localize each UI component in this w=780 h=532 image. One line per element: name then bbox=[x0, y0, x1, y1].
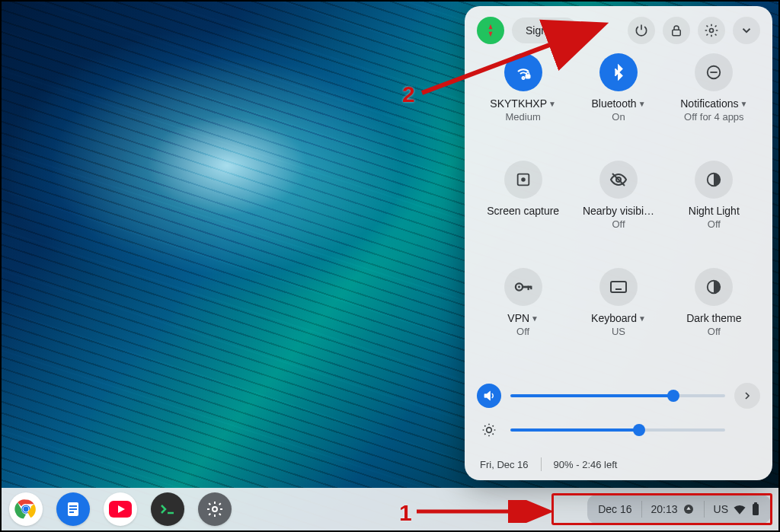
collapse-button[interactable] bbox=[733, 17, 760, 44]
quick-settings-panel: Sign out SKYTKHXP▼ Medium Bluet bbox=[465, 6, 772, 480]
tile-keyboard[interactable]: Keyboard▼ US bbox=[572, 268, 664, 337]
shelf-apps bbox=[9, 492, 232, 526]
youtube-icon bbox=[109, 501, 132, 518]
app-docs[interactable] bbox=[56, 492, 90, 526]
svg-point-1 bbox=[710, 29, 714, 33]
tile-label: Nearby visibi… bbox=[583, 205, 654, 217]
svg-point-11 bbox=[518, 286, 520, 288]
brightness-slider-row bbox=[477, 418, 760, 442]
gear-icon bbox=[206, 500, 224, 518]
tile-screen-capture[interactable]: Screen capture bbox=[477, 161, 569, 218]
brightness-icon[interactable] bbox=[477, 418, 501, 442]
tile-sublabel: Medium bbox=[506, 111, 541, 123]
keyboard-icon bbox=[599, 268, 638, 306]
chevron-right-icon bbox=[741, 390, 753, 402]
night-light-icon bbox=[695, 161, 733, 199]
svg-rect-30 bbox=[69, 511, 74, 513]
shelf: Dec 16 20:13 US bbox=[2, 488, 778, 530]
tile-night-light[interactable]: Night Light Off bbox=[668, 161, 760, 230]
settings-button[interactable] bbox=[698, 17, 725, 44]
svg-rect-0 bbox=[673, 30, 681, 36]
app-settings[interactable] bbox=[198, 492, 232, 526]
quick-tiles-grid: SKYTKHXP▼ Medium Bluetooth▼ On Notificat… bbox=[477, 53, 760, 372]
visibility-off-icon bbox=[599, 161, 638, 199]
tile-label: Screen capture bbox=[487, 205, 559, 217]
svg-rect-36 bbox=[754, 502, 757, 505]
avatar[interactable] bbox=[477, 17, 504, 44]
shelf-ime: US bbox=[714, 503, 728, 515]
shelf-date: Dec 16 bbox=[598, 503, 631, 515]
status-area[interactable]: Dec 16 20:13 US bbox=[587, 495, 771, 524]
audio-expand-button[interactable] bbox=[734, 383, 760, 409]
caret-icon: ▼ bbox=[531, 314, 539, 323]
tile-sublabel: Off bbox=[708, 326, 721, 337]
brightness-slider[interactable] bbox=[510, 428, 725, 432]
panel-header: Sign out bbox=[477, 17, 760, 44]
svg-rect-2 bbox=[526, 75, 530, 78]
svg-rect-35 bbox=[753, 504, 759, 515]
caret-icon: ▼ bbox=[638, 100, 646, 108]
caret-icon: ▼ bbox=[740, 100, 748, 108]
tile-label: Night Light bbox=[689, 205, 740, 217]
volume-slider-row bbox=[477, 383, 760, 409]
footer-battery: 90% - 2:46 left bbox=[554, 459, 618, 470]
tile-wifi[interactable]: SKYTKHXP▼ Medium bbox=[477, 53, 569, 123]
app-chrome[interactable] bbox=[9, 492, 43, 526]
app-youtube[interactable] bbox=[104, 492, 137, 526]
lock-icon bbox=[670, 24, 683, 37]
svg-rect-13 bbox=[527, 286, 529, 291]
battery-icon bbox=[751, 502, 760, 516]
tile-sublabel: On bbox=[612, 111, 625, 123]
gear-icon bbox=[704, 23, 719, 38]
annotation-number-2: 2 bbox=[402, 81, 415, 107]
svg-rect-12 bbox=[522, 286, 531, 288]
caret-icon: ▼ bbox=[638, 314, 646, 323]
tile-sublabel: US bbox=[612, 326, 625, 337]
svg-point-33 bbox=[213, 507, 217, 511]
svg-point-6 bbox=[521, 177, 526, 182]
tile-sublabel: Off bbox=[708, 218, 721, 230]
sign-out-label: Sign out bbox=[526, 24, 564, 37]
svg-rect-15 bbox=[611, 282, 626, 292]
vpn-key-icon bbox=[504, 268, 542, 306]
power-button[interactable] bbox=[628, 17, 655, 44]
terminal-icon bbox=[159, 503, 176, 515]
footer-date: Fri, Dec 16 bbox=[480, 459, 529, 470]
lock-button[interactable] bbox=[663, 17, 690, 44]
tile-sublabel: Off bbox=[516, 326, 529, 337]
svg-point-22 bbox=[487, 428, 492, 433]
tile-label: Notifications bbox=[680, 97, 738, 110]
sign-out-button[interactable]: Sign out bbox=[512, 18, 578, 43]
dnd-icon bbox=[695, 53, 733, 91]
caret-icon: ▼ bbox=[548, 100, 556, 108]
dark-theme-icon bbox=[695, 268, 733, 306]
annotation-number-1: 1 bbox=[399, 500, 412, 526]
volume-slider[interactable] bbox=[510, 394, 725, 397]
svg-rect-14 bbox=[530, 286, 532, 290]
panel-footer: Fri, Dec 16 90% - 2:46 left bbox=[477, 451, 760, 473]
chevron-down-icon bbox=[740, 24, 753, 37]
power-icon bbox=[634, 23, 649, 38]
tile-bluetooth[interactable]: Bluetooth▼ On bbox=[572, 53, 664, 123]
tile-label: Keyboard bbox=[591, 312, 637, 324]
screen-capture-icon bbox=[504, 161, 542, 199]
wifi-lock-icon bbox=[504, 53, 542, 91]
svg-point-26 bbox=[24, 507, 29, 512]
volume-icon[interactable] bbox=[477, 384, 501, 408]
sliders-section bbox=[477, 374, 760, 451]
shelf-time: 20:13 bbox=[651, 503, 678, 515]
wifi-icon bbox=[733, 504, 746, 514]
tile-label: Dark theme bbox=[686, 312, 741, 324]
tile-sublabel: Off for 4 apps bbox=[684, 111, 744, 123]
tile-vpn[interactable]: VPN▼ Off bbox=[477, 268, 569, 337]
svg-rect-28 bbox=[69, 505, 77, 507]
tile-notifications[interactable]: Notifications▼ Off for 4 apps bbox=[668, 53, 760, 123]
tile-dark-theme[interactable]: Dark theme Off bbox=[668, 268, 760, 337]
chrome-icon bbox=[14, 498, 37, 521]
svg-rect-29 bbox=[69, 508, 77, 510]
app-terminal[interactable] bbox=[151, 492, 184, 526]
tile-label: Bluetooth bbox=[591, 97, 636, 110]
tile-nearby-visibility[interactable]: Nearby visibi… Off bbox=[572, 161, 664, 230]
docs-icon bbox=[66, 501, 80, 518]
bluetooth-icon bbox=[599, 53, 638, 91]
